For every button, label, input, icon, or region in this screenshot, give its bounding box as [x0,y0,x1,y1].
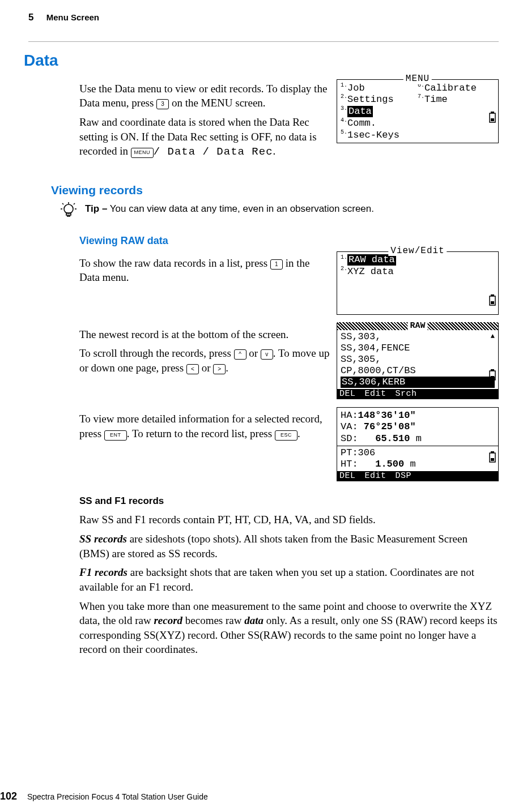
ssf1-p1: Raw SS and F1 records contain PT, HT, CD… [79,512,499,527]
raw-row-selected: SS,306,KERB [341,377,495,388]
key-right: > [213,364,226,374]
key-ent: ENT [104,430,127,441]
raw-row: SS,304,FENCE [341,343,495,354]
detail-screen: HA:148°36'10" VA: 76°25'08" SD: 65.510 m… [337,407,499,481]
raw-row: SS,303, [341,331,495,343]
menu-item: 3.Data [341,105,418,117]
key-left: < [186,364,199,374]
chapter-title: Menu Screen [46,12,99,22]
raw-list-title-bar: RAW [337,322,498,330]
menu-item: 5.1sec-Keys [341,129,418,141]
intro-paragraph-2: Raw and coordinate data is stored when t… [79,115,330,160]
ssf1-p3: F1 records are backsight shots that are … [79,565,499,594]
scroll-up-icon: ▲ [491,332,495,340]
detail-ha: HA:148°36'10" [341,410,495,421]
ssf1-p2: SS records are sideshots (topo shots). A… [79,532,499,561]
svg-point-3 [64,204,73,213]
detail-footer: DEL Edit DSP [337,471,498,481]
svg-rect-16 [491,376,494,379]
viewing-raw-p1: To show the raw data records in a list, … [79,256,330,285]
svg-rect-2 [491,118,494,121]
battery-icon [489,369,496,384]
key-1: 1 [270,259,283,270]
tip-label: Tip – [85,203,107,214]
viewing-records-title: Viewing records [51,182,499,198]
viewedit-screen: View/Edit 1.RAW data 2.XYZ data [337,251,499,315]
battery-icon [489,112,496,126]
detail-ht: HT: 1.500 m [341,459,495,470]
battery-icon [489,294,496,309]
menu-item: 4.Comm. [341,117,418,129]
svg-rect-19 [491,458,494,461]
intro-paragraph-1: Use the Data menu to view or edit record… [79,82,330,110]
header-rule [28,41,499,42]
ssf1-heading: SS and F1 records [79,495,499,508]
page-header: 5 Menu Screen [28,11,499,24]
key-up: ^ [234,349,246,360]
battery-icon [489,451,496,466]
menu-item: 2.Settings [341,93,418,105]
menu-item: 7.Time [418,93,495,105]
page-number: 102 [0,790,17,802]
section-title: Data [24,50,499,71]
viewedit-item: 2.XYZ data [341,266,495,277]
page-footer: 102 Spectra Precision Focus 4 Total Stat… [0,789,527,803]
svg-rect-13 [491,301,494,304]
scroll-p1: The newest record is at the bottom of th… [79,327,330,342]
svg-rect-9 [66,213,71,215]
raw-row: CP,8000,CT/BS [341,365,495,377]
tip-text: You can view data at any time, even in a… [107,203,374,214]
detail-va: VA: 76°25'08" [341,421,495,433]
svg-line-7 [62,203,63,204]
chapter-number: 5 [28,12,33,23]
raw-list-footer: DEL Edit Srch [337,389,498,399]
tip-icon [60,202,77,223]
tip-row: Tip – You can view data at any time, eve… [60,203,499,223]
menu-screen-title: MENU [403,74,432,84]
scroll-p2: To scroll through the records, press ^ o… [79,346,330,375]
svg-line-8 [74,203,75,204]
key-menu: MENU [131,148,154,158]
detail-p1: To view more detailed information for a … [79,412,330,441]
detail-pt: PT:306 [341,447,495,459]
key-3: 3 [156,99,169,109]
detail-sd: SD: 65.510 m [341,433,495,445]
ssf1-p4: When you take more than one measurement … [79,599,499,657]
menu-screen: MENU 1.Job 2.Settings 3.Data 4.Comm. 5.1… [337,79,499,144]
viewedit-title: View/Edit [388,246,447,257]
guide-name: Spectra Precision Focus 4 Total Station … [27,792,208,801]
key-esc: ESC [275,430,298,441]
key-down: v [261,349,273,360]
raw-row: SS,305, [341,354,495,365]
raw-list-screen: RAW SS,303, SS,304,FENCE SS,305, CP,8000… [337,323,499,400]
